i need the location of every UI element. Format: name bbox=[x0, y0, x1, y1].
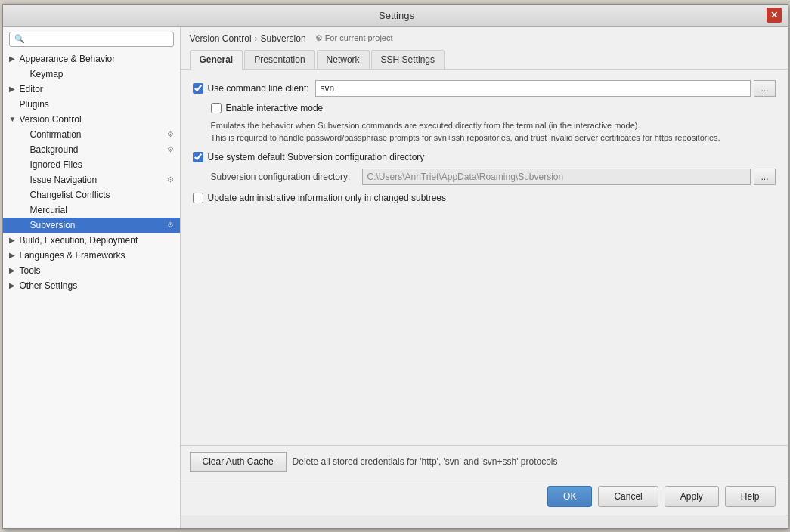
arrow-icon: ▶ bbox=[9, 85, 20, 93]
sidebar-item-label: Languages & Frameworks bbox=[20, 250, 174, 261]
sidebar-item-mercurial[interactable]: Mercurial bbox=[3, 203, 180, 218]
search-input[interactable] bbox=[28, 34, 169, 45]
sidebar-item-languages-frameworks[interactable]: ▶ Languages & Frameworks bbox=[3, 248, 180, 263]
update-admin-row: Update administrative information only i… bbox=[193, 193, 776, 203]
update-admin-text: Update administrative information only i… bbox=[208, 193, 447, 203]
settings-window: Settings ✕ 🔍 ▶ Appearance & Behavior Key… bbox=[2, 4, 788, 529]
command-line-input[interactable] bbox=[315, 80, 751, 97]
sidebar-item-tools[interactable]: ▶ Tools bbox=[3, 263, 180, 278]
sidebar-item-label: Keymap bbox=[30, 69, 174, 79]
tab-presentation[interactable]: Presentation bbox=[244, 50, 314, 69]
sidebar-item-build-execution-deployment[interactable]: ▶ Build, Execution, Deployment bbox=[3, 233, 180, 248]
tabs-bar: General Presentation Network SSH Setting… bbox=[181, 50, 788, 70]
sidebar-item-editor[interactable]: ▶ Editor bbox=[3, 82, 180, 97]
clear-cache-button[interactable]: Clear Auth Cache bbox=[190, 452, 287, 472]
hint-line2: This is required to handle password/pass… bbox=[211, 131, 776, 144]
window-title: Settings bbox=[27, 10, 767, 21]
config-icon: ⚙ bbox=[167, 130, 174, 138]
sidebar-item-other-settings[interactable]: ▶ Other Settings bbox=[3, 278, 180, 293]
help-button[interactable]: Help bbox=[725, 486, 776, 507]
sidebar-item-appearance-behavior[interactable]: ▶ Appearance & Behavior bbox=[3, 51, 180, 66]
arrow-icon: ▶ bbox=[9, 266, 20, 274]
bottom-bar: Clear Auth Cache Delete all stored crede… bbox=[181, 445, 788, 478]
arrow-icon: ▶ bbox=[9, 54, 20, 63]
sidebar-item-label: Background bbox=[30, 144, 166, 155]
config-icon: ⚙ bbox=[167, 175, 174, 184]
ok-button[interactable]: OK bbox=[547, 486, 592, 507]
sidebar-item-subversion[interactable]: Subversion ⚙ bbox=[3, 218, 180, 233]
update-admin-label[interactable]: Update administrative information only i… bbox=[193, 193, 447, 203]
close-button[interactable]: ✕ bbox=[767, 8, 782, 23]
sidebar-item-issue-navigation[interactable]: Issue Navigation ⚙ bbox=[3, 172, 180, 187]
breadcrumb-info: ⚙ For current project bbox=[315, 33, 393, 43]
breadcrumb-sep: › bbox=[255, 33, 258, 44]
sidebar-item-plugins[interactable]: Plugins bbox=[3, 97, 180, 112]
apply-button[interactable]: Apply bbox=[665, 486, 719, 507]
hint-line1: Emulates the behavior when Subversion co… bbox=[211, 119, 776, 132]
dialog-footer: OK Cancel Apply Help bbox=[181, 478, 788, 515]
sidebar-item-background[interactable]: Background ⚙ bbox=[3, 142, 180, 157]
use-command-line-text: Use command line client: bbox=[208, 83, 309, 94]
sidebar-item-version-control[interactable]: ▼ Version Control bbox=[3, 112, 180, 127]
use-command-line-label[interactable]: Use command line client: bbox=[193, 83, 309, 94]
command-line-browse-button[interactable]: ... bbox=[754, 80, 775, 97]
config-dir-input[interactable] bbox=[362, 169, 751, 185]
sidebar-item-label: Appearance & Behavior bbox=[20, 54, 174, 64]
enable-interactive-checkbox[interactable] bbox=[211, 103, 222, 113]
status-bar bbox=[181, 515, 788, 528]
arrow-icon: ▶ bbox=[9, 236, 20, 244]
enable-interactive-text: Enable interactive mode bbox=[226, 103, 324, 113]
sidebar-item-label: Version Control bbox=[20, 114, 174, 125]
breadcrumb: Version Control › Subversion ⚙ For curre… bbox=[181, 27, 788, 50]
enable-interactive-label[interactable]: Enable interactive mode bbox=[211, 103, 324, 113]
arrow-icon: ▶ bbox=[9, 281, 20, 289]
config-icon: ⚙ bbox=[167, 145, 174, 153]
content-area: 🔍 ▶ Appearance & Behavior Keymap ▶ Edito… bbox=[3, 27, 788, 528]
main-panel: Version Control › Subversion ⚙ For curre… bbox=[181, 27, 788, 528]
sidebar-item-label: Changelist Conflicts bbox=[30, 190, 174, 200]
use-system-default-checkbox[interactable] bbox=[193, 152, 203, 162]
config-dir-input-wrap: ... bbox=[362, 169, 776, 185]
tab-ssh-settings[interactable]: SSH Settings bbox=[371, 50, 445, 69]
title-bar: Settings ✕ bbox=[3, 5, 788, 27]
sidebar-item-label: Confirmation bbox=[30, 129, 166, 140]
sidebar-item-confirmation[interactable]: Confirmation ⚙ bbox=[3, 127, 180, 142]
sidebar-item-label: Plugins bbox=[20, 99, 174, 110]
sidebar-item-label: Ignored Files bbox=[30, 159, 174, 170]
use-command-line-checkbox[interactable] bbox=[193, 83, 203, 94]
search-icon: 🔍 bbox=[14, 34, 25, 44]
use-command-line-row: Use command line client: ... bbox=[193, 80, 776, 97]
sidebar-item-label: Subversion bbox=[30, 220, 166, 230]
config-dir-browse-button[interactable]: ... bbox=[754, 169, 775, 185]
clear-cache-description: Delete all stored credentials for 'http'… bbox=[293, 456, 558, 467]
sidebar-item-label: Other Settings bbox=[20, 280, 174, 291]
use-system-default-text: Use system default Subversion configurat… bbox=[208, 152, 425, 162]
sidebar-item-changelist-conflicts[interactable]: Changelist Conflicts bbox=[3, 187, 180, 203]
sidebar-item-label: Mercurial bbox=[30, 205, 174, 215]
search-box[interactable]: 🔍 bbox=[9, 32, 174, 47]
use-system-default-row: Use system default Subversion configurat… bbox=[193, 152, 776, 162]
enable-interactive-row: Enable interactive mode bbox=[211, 103, 776, 113]
sidebar-item-label: Tools bbox=[20, 265, 174, 276]
sidebar-item-keymap[interactable]: Keymap bbox=[3, 66, 180, 82]
config-dir-label: Subversion configuration directory: bbox=[211, 172, 362, 182]
tab-content-general: Use command line client: ... Enable inte… bbox=[181, 70, 788, 445]
use-system-default-label[interactable]: Use system default Subversion configurat… bbox=[193, 152, 425, 162]
update-admin-checkbox[interactable] bbox=[193, 193, 203, 203]
breadcrumb-part2: Subversion bbox=[261, 33, 306, 44]
tab-network[interactable]: Network bbox=[317, 50, 370, 69]
config-dir-row: Subversion configuration directory: ... bbox=[211, 169, 776, 185]
sidebar-item-label: Build, Execution, Deployment bbox=[20, 235, 174, 246]
arrow-icon: ▼ bbox=[9, 115, 20, 123]
hint-text: Emulates the behavior when Subversion co… bbox=[211, 119, 776, 144]
config-icon: ⚙ bbox=[167, 221, 174, 229]
cancel-button[interactable]: Cancel bbox=[598, 486, 658, 507]
tab-general[interactable]: General bbox=[190, 50, 243, 70]
sidebar: 🔍 ▶ Appearance & Behavior Keymap ▶ Edito… bbox=[3, 27, 181, 528]
breadcrumb-part1: Version Control bbox=[190, 33, 252, 44]
sidebar-item-label: Editor bbox=[20, 84, 174, 94]
arrow-icon: ▶ bbox=[9, 251, 20, 259]
sidebar-item-ignored-files[interactable]: Ignored Files bbox=[3, 157, 180, 172]
sidebar-item-label: Issue Navigation bbox=[30, 175, 166, 185]
